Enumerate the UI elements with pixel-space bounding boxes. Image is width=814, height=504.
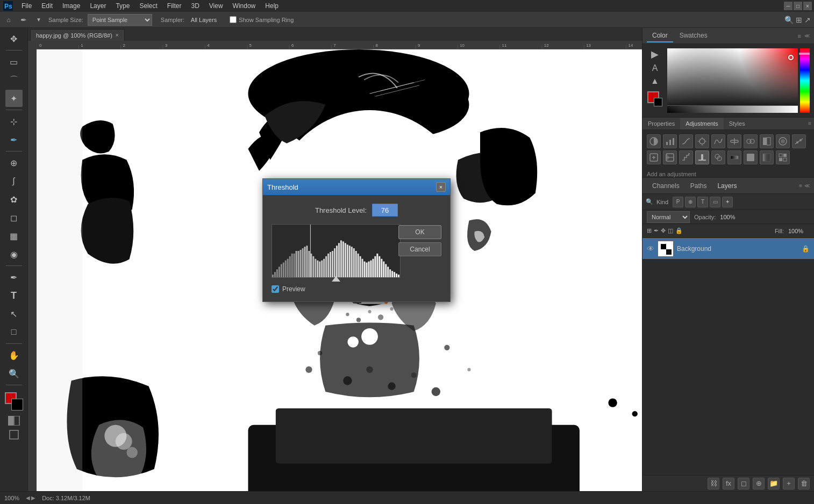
color-hue-slider[interactable] <box>800 48 810 113</box>
text-tool[interactable]: T <box>5 287 23 304</box>
menu-type[interactable]: Type <box>111 1 134 11</box>
sample-size-select[interactable]: Point Sample 3 by 3 Average 5 by 5 Avera… <box>88 14 152 26</box>
brightness-contrast-icon[interactable] <box>647 134 661 148</box>
menu-edit[interactable]: Edit <box>37 1 57 11</box>
styles-tab[interactable]: Styles <box>724 118 751 129</box>
lasso-tool[interactable]: ⌒ <box>5 71 23 89</box>
ok-button[interactable]: OK <box>398 225 441 239</box>
curves-icon[interactable] <box>679 134 693 148</box>
props-panel-menu[interactable]: ≡ <box>805 118 814 129</box>
swatches-tab[interactable]: Swatches <box>674 30 713 42</box>
shape-mode-icon[interactable]: ▲ <box>651 76 659 86</box>
adjustments-tab[interactable]: Adjustments <box>680 118 724 129</box>
channel-mixer-icon[interactable] <box>792 134 806 148</box>
menu-filter[interactable]: Filter <box>163 1 186 11</box>
blend-mode-select[interactable]: Normal Multiply Screen <box>647 211 690 223</box>
lock-transparency-icon[interactable]: ⊞ <box>647 227 652 234</box>
black-white-icon[interactable] <box>760 134 774 148</box>
document-tab[interactable]: happy.jpg @ 100% (RGB/8#) × <box>30 29 125 41</box>
spot-healing-tool[interactable]: ⊕ <box>5 154 23 171</box>
filter-type-icon[interactable]: T <box>697 197 708 207</box>
threshold-level-input[interactable] <box>372 204 398 217</box>
gradient-fill-icon[interactable] <box>760 150 774 164</box>
photo-filter-icon[interactable] <box>776 134 790 148</box>
color-swatches[interactable] <box>5 392 23 411</box>
layer-link-btn[interactable]: ⛓ <box>708 478 719 489</box>
selective-color-icon[interactable] <box>711 150 725 164</box>
tab-close-btn[interactable]: × <box>116 32 119 38</box>
levels-icon[interactable] <box>663 134 677 148</box>
pen-tool[interactable]: ✒ <box>5 269 23 286</box>
menu-select[interactable]: Select <box>135 1 161 11</box>
color-panel-collapse[interactable]: ≪ <box>804 33 810 39</box>
brush-tool[interactable]: ∫ <box>5 172 23 190</box>
menu-window[interactable]: Window <box>229 1 260 11</box>
quick-selection-tool[interactable]: ✦ <box>5 90 23 107</box>
screen-mode-btn[interactable] <box>5 429 23 441</box>
layer-adjustment-btn[interactable]: ⊕ <box>753 478 765 489</box>
lock-artboard-icon[interactable]: ◫ <box>668 227 673 234</box>
color-picker-saturation[interactable] <box>667 48 798 113</box>
posterize-icon[interactable] <box>679 150 693 164</box>
maximize-btn[interactable]: □ <box>794 2 802 10</box>
share-icon[interactable]: ↗ <box>804 16 811 24</box>
status-left-arrow[interactable]: ◀ <box>26 495 30 501</box>
layer-mask-btn[interactable]: ◻ <box>738 478 749 489</box>
home-icon[interactable]: ⌂ <box>3 15 14 25</box>
dialog-close-button[interactable]: × <box>436 182 446 192</box>
shape-tool[interactable]: □ <box>5 323 23 341</box>
eraser-tool[interactable]: ◻ <box>5 209 23 226</box>
pattern-fill-icon[interactable] <box>776 150 790 164</box>
menu-view[interactable]: View <box>205 1 227 11</box>
rectangular-marquee-tool[interactable]: ▭ <box>5 53 23 70</box>
threshold-icon[interactable] <box>695 150 709 164</box>
hue-saturation-icon[interactable] <box>727 134 741 148</box>
hand-tool[interactable]: ✋ <box>5 347 23 364</box>
image-canvas[interactable]: Threshold × Threshold Level: <box>37 49 642 491</box>
color-lookup-icon[interactable] <box>647 150 661 164</box>
brush-mode-icon[interactable]: ▶ <box>651 48 659 60</box>
clone-stamp-tool[interactable]: ✿ <box>5 191 23 208</box>
eyedropper-tool[interactable]: ✒ <box>5 131 23 148</box>
vibrance-icon[interactable] <box>711 134 725 148</box>
opacity-value[interactable]: 100% <box>720 214 741 220</box>
menu-image[interactable]: Image <box>58 1 84 11</box>
close-btn[interactable]: × <box>803 2 812 10</box>
properties-tab[interactable]: Properties <box>642 118 680 129</box>
search-icon[interactable]: 🔍 <box>784 16 794 24</box>
arrange-icon[interactable]: ⊞ <box>796 16 802 24</box>
layer-style-btn[interactable]: fx <box>723 478 734 489</box>
bg-color-box[interactable] <box>654 98 662 106</box>
exposure-icon[interactable] <box>695 134 709 148</box>
filter-shape-icon[interactable]: ▭ <box>710 197 720 207</box>
layer-row-background[interactable]: 👁 Background 🔒 <box>642 238 814 260</box>
menu-layer[interactable]: Layer <box>85 1 110 11</box>
filter-pixel-icon[interactable]: P <box>673 197 683 207</box>
lock-all-icon[interactable]: 🔒 <box>675 227 683 234</box>
preview-checkbox[interactable] <box>272 285 279 293</box>
zoom-tool[interactable]: 🔍 <box>5 365 23 382</box>
layers-panel-collapse[interactable]: ≪ <box>804 183 810 189</box>
options-arrow-icon[interactable]: ▼ <box>33 15 44 25</box>
quick-mask-btn[interactable] <box>5 415 23 427</box>
zoom-level[interactable]: 100% <box>4 495 19 501</box>
layer-visibility-icon[interactable]: 👁 <box>647 244 654 253</box>
lock-pixels-icon[interactable]: ✒ <box>654 227 659 234</box>
fill-value[interactable]: 100% <box>788 228 810 234</box>
layer-group-btn[interactable]: 📁 <box>768 478 780 489</box>
show-sampling-ring-checkbox[interactable] <box>230 16 237 23</box>
dialog-titlebar[interactable]: Threshold × <box>263 179 450 195</box>
menu-file[interactable]: File <box>17 1 36 11</box>
layer-lock-icon[interactable]: 🔒 <box>802 245 810 253</box>
gradient-tool[interactable]: ▦ <box>5 227 23 244</box>
cancel-button[interactable]: Cancel <box>398 242 441 256</box>
menu-3d[interactable]: 3D <box>187 1 203 11</box>
color-panel-menu[interactable]: ≡ <box>798 33 801 39</box>
menu-help[interactable]: Help <box>261 1 283 11</box>
path-selection-tool[interactable]: ↖ <box>5 305 23 322</box>
move-tool[interactable]: ✥ <box>5 30 23 47</box>
layer-delete-btn[interactable]: 🗑 <box>798 478 810 489</box>
color-gradient[interactable] <box>667 48 810 113</box>
dodge-tool[interactable]: ◉ <box>5 246 23 263</box>
filter-adjust-icon[interactable]: ⊕ <box>685 197 696 207</box>
